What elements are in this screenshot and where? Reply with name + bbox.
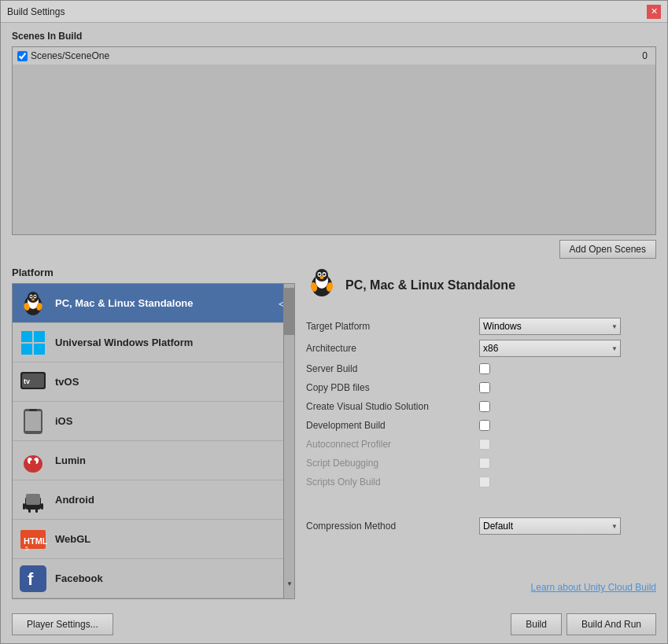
compression-select[interactable]: Default LZ4 LZ4HC [479,517,621,535]
create-vs-checkbox[interactable] [479,401,490,412]
server-build-control [479,359,656,378]
architecture-select[interactable]: x86 x86_64 x86 + x86_64 (Universal) [479,340,621,357]
android-platform-name: Android [55,494,94,506]
close-button[interactable]: ✕ [647,5,661,19]
cloud-build-link[interactable]: Learn about Unity Cloud Build [306,582,656,593]
svg-point-6 [34,295,35,296]
build-and-run-button[interactable]: Build And Run [567,613,656,635]
svg-rect-10 [21,331,32,342]
platform-item-lumin[interactable]: Lumin [13,441,294,480]
svg-point-37 [316,269,328,282]
tvos-platform-name: tvOS [55,376,79,388]
scrollbar-track[interactable]: ▼ [283,284,294,598]
autoconnect-label: Autoconnect Profiler [306,435,479,454]
android-icon [19,486,47,514]
right-panel: PC, Mac & Linux Standalone Target Platfo… [295,267,656,599]
script-debug-label: Script Debugging [306,454,479,473]
scene-index: 0 [642,50,651,61]
scroll-down-arrow[interactable]: ▼ [284,580,295,587]
architecture-label: Architecture [306,337,479,359]
platform-item-facebook[interactable]: f Facebook [13,559,294,598]
svg-point-42 [320,276,324,279]
svg-rect-18 [25,411,41,431]
svg-rect-12 [21,344,32,355]
ios-platform-name: iOS [55,415,72,427]
dev-build-control [479,416,656,435]
platform-header-title: PC, Mac & Linux Standalone [345,278,515,293]
add-open-scenes-row: Add Open Scenes [12,240,656,259]
svg-rect-28 [35,508,38,513]
architecture-control: x86 x86_64 x86 + x86_64 (Universal) [479,337,656,359]
compression-label: Compression Method [306,515,479,537]
script-debug-control [479,454,656,473]
platform-item-tvos[interactable]: tv tvOS [13,362,294,402]
dev-build-checkbox[interactable] [479,420,490,431]
webgl-icon: HTML 5 [19,525,47,554]
svg-rect-26 [41,503,43,510]
compression-select-wrapper: Default LZ4 LZ4HC [479,517,621,535]
settings-grid: Target Platform Windows Mac OS X Linux [306,315,656,491]
tvos-icon: tv [19,368,47,396]
create-vs-label: Create Visual Studio Solution [306,397,479,416]
compression-section: Compression Method Default LZ4 LZ4HC [306,515,656,537]
create-vs-control [479,397,656,416]
copy-pdb-checkbox[interactable] [479,382,490,393]
architecture-select-wrapper: x86 x86_64 x86 + x86_64 (Universal) [479,340,621,357]
title-bar: Build Settings ✕ [1,1,667,23]
svg-point-41 [323,274,326,276]
spacer [306,537,656,582]
bottom-area: Platform [12,267,656,599]
scripts-only-control [479,473,656,491]
platform-panel: Platform [12,267,295,599]
dev-build-label: Development Build [306,416,479,435]
server-build-checkbox[interactable] [479,363,490,374]
window-title: Build Settings [7,6,65,17]
target-platform-label: Target Platform [306,315,479,337]
scenes-panel: Scenes/SceneOne 0 [12,46,656,235]
svg-rect-19 [29,409,37,411]
platform-list-container: PC, Mac & Linux Standalone ◁ [12,283,295,599]
player-settings-button[interactable]: Player Settings... [12,613,113,635]
scripts-only-checkbox[interactable] [479,477,490,488]
right-panel-inner: PC, Mac & Linux Standalone Target Platfo… [306,267,656,599]
svg-text:tv: tv [24,377,30,385]
server-build-label: Server Build [306,359,479,378]
lumin-icon [19,447,47,475]
platform-section-label: Platform [12,267,295,278]
svg-rect-29 [26,494,40,505]
platform-item-uwp[interactable]: Universal Windows Platform [13,323,294,362]
scene-checkbox[interactable] [17,51,28,61]
svg-text:5: 5 [25,546,28,551]
script-debug-checkbox[interactable] [479,458,490,469]
copy-pdb-label: Copy PDB files [306,378,479,397]
svg-point-40 [319,274,321,276]
svg-rect-25 [23,503,25,510]
autoconnect-checkbox[interactable] [479,439,490,450]
platform-item-android[interactable]: Android [13,480,294,520]
scrollbar-thumb[interactable] [284,288,295,335]
compression-control: Default LZ4 LZ4HC [479,515,656,537]
autoconnect-control [479,435,656,454]
bottom-buttons: Player Settings... Build Build And Run [12,607,656,635]
svg-point-5 [30,295,31,296]
facebook-platform-name: Facebook [55,572,103,584]
target-platform-control: Windows Mac OS X Linux [479,315,656,337]
right-buttons: Build Build And Run [511,613,656,635]
target-platform-select-wrapper: Windows Mac OS X Linux [479,318,621,335]
svg-point-7 [31,298,35,300]
scene-name: Scenes/SceneOne [31,50,642,61]
platform-item-webgl[interactable]: HTML 5 WebGL [13,520,294,559]
lumin-platform-name: Lumin [55,454,86,466]
build-button[interactable]: Build [511,613,562,635]
compression-grid: Compression Method Default LZ4 LZ4HC [306,515,656,537]
scripts-only-label: Scripts Only Build [306,473,479,491]
build-settings-window: Build Settings ✕ Scenes In Build Scenes/… [0,0,668,644]
uwp-icon [19,329,47,357]
webgl-platform-name: WebGL [55,533,90,545]
target-platform-select[interactable]: Windows Mac OS X Linux [479,318,621,335]
platform-item-ios[interactable]: iOS [13,402,294,441]
add-open-scenes-button[interactable]: Add Open Scenes [559,240,656,259]
platform-item-pc[interactable]: PC, Mac & Linux Standalone ◁ [13,284,294,323]
svg-rect-13 [34,344,45,355]
pc-icon [19,289,47,318]
